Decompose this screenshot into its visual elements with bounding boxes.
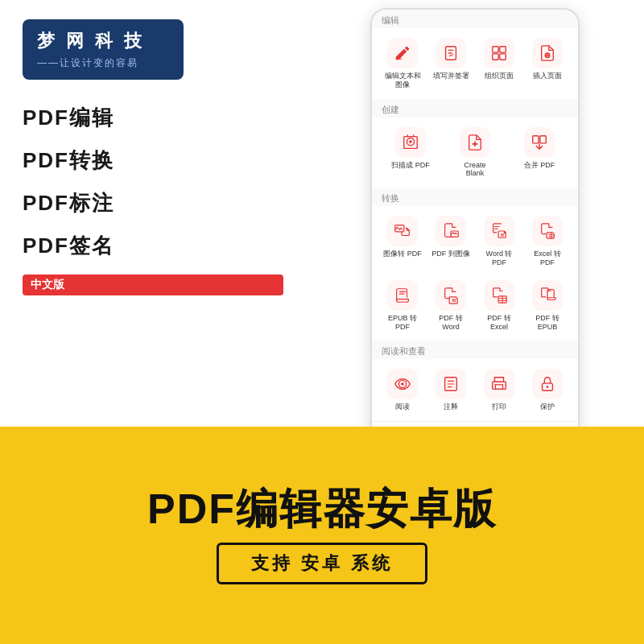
tool-merge-pdf-label: 合并 PDF [524,161,555,170]
left-panel: 梦 网 科 技 ——让设计变的容易 PDF编辑PDF转换PDF标注PDF签名 中… [0,0,306,427]
svg-point-21 [547,386,549,389]
logo-title: 梦 网 科 技 [37,29,169,53]
support-box: 支持 安卓 系统 [217,543,427,584]
tool-img-to-pdf-label: 图像转 PDF [383,250,422,258]
svg-rect-3 [493,54,498,60]
tool-scan-pdf[interactable]: 扫描成 PDF [378,121,443,185]
tool-scan-pdf-label: 扫描成 PDF [391,161,430,170]
phone-content: 编辑 编辑文本和图像 [372,10,578,481]
organize-icon [490,44,508,62]
edit-tools-grid: 编辑文本和图像 填写并签署 [372,28,578,99]
feature-item: PDF编辑 [23,104,283,132]
tool-edit-text-label: 编辑文本和图像 [385,72,421,89]
section-edit-label: 编辑 [372,10,578,28]
tool-create-blank[interactable]: CreateBlank [443,121,507,185]
main-title: PDF编辑器安卓版 [147,486,497,532]
edit-text-icon [394,44,411,62]
svg-point-19 [495,384,497,386]
right-panel: 编辑 编辑文本和图像 [306,0,644,427]
print-icon [490,375,508,393]
tool-pdf-to-img[interactable]: PDF 到图像 [427,209,475,274]
scan-pdf-icon [402,134,419,151]
annotate-icon [442,375,460,393]
pdf-to-word-icon: W [442,287,460,304]
tool-word-to-pdf-label: Word 转PDF [486,250,513,267]
tool-organize[interactable]: 组织页面 [475,31,523,96]
tool-epub-to-pdf-label: EPUB 转PDF [388,314,417,332]
svg-point-7 [409,140,412,143]
svg-text:W: W [501,234,505,238]
create-tools-grid: 扫描成 PDF CreateBlank [372,118,578,188]
svg-rect-4 [500,54,506,60]
tool-edit-text[interactable]: 编辑文本和图像 [378,31,427,96]
tool-protect[interactable]: 保护 [523,362,572,418]
feature-item: PDF标注 [23,189,283,217]
word-to-pdf-icon: W [490,222,508,240]
protect-icon [539,375,556,393]
read-icon [394,375,411,393]
tool-insert-page-label: 插入页面 [533,72,562,80]
logo-area: 梦 网 科 技 ——让设计变的容易 [23,19,184,80]
section-read-label: 阅读和查看 [372,341,578,359]
bottom-section: PDF编辑器安卓版 支持 安卓 系统 [0,427,644,644]
tool-img-to-pdf[interactable]: 图像转 PDF [378,209,427,274]
svg-rect-1 [493,47,498,52]
tool-pdf-to-excel-label: PDF 转Excel [487,314,511,332]
tool-protect-label: 保护 [540,402,555,411]
support-text: 支持 安卓 系统 [251,553,393,573]
section-convert-label: 转换 [372,188,578,206]
read-tools-grid: 阅读 注释 [372,359,578,421]
pdf-to-excel-icon [490,287,508,304]
tool-pdf-to-word-label: PDF 转Word [439,314,463,332]
feature-item: PDF转换 [23,147,283,175]
tool-organize-label: 组织页面 [485,72,514,80]
pdf-to-img-icon [442,222,460,240]
tool-print-label: 打印 [492,402,506,411]
img-to-pdf-icon [394,222,411,240]
svg-rect-8 [533,135,539,142]
tool-insert-page[interactable]: 插入页面 [523,31,572,96]
section-create-label: 创建 [372,99,578,118]
tool-epub-to-pdf[interactable]: EPUB 转PDF [378,274,427,338]
tool-pdf-to-epub-label: PDF 转EPUB [535,314,559,332]
svg-rect-9 [540,135,546,142]
epub-to-pdf-icon [394,287,411,304]
pdf-to-epub-icon [539,287,556,304]
feature-item: PDF签名 [23,232,283,260]
fill-sign-icon [442,44,460,62]
phone-mockup: 编辑 编辑文本和图像 [370,8,580,482]
tool-create-blank-label: CreateBlank [464,161,485,179]
tool-pdf-to-img-label: PDF 到图像 [431,250,470,258]
svg-text:W: W [452,298,456,303]
tool-read[interactable]: 阅读 [378,362,427,418]
tool-read-label: 阅读 [395,402,410,411]
merge-pdf-icon [530,134,548,151]
tool-print[interactable]: 打印 [475,362,523,418]
tool-excel-to-pdf[interactable]: Excel 转PDF [523,209,572,274]
tool-annotate-label: 注释 [444,402,458,411]
tool-excel-to-pdf-label: Excel 转PDF [534,250,561,267]
insert-page-icon [539,44,556,62]
tool-merge-pdf[interactable]: 合并 PDF [507,121,572,185]
tool-word-to-pdf[interactable]: W Word 转PDF [475,209,523,274]
svg-point-16 [401,383,404,386]
tool-fill-sign-label: 填写并签署 [433,72,469,80]
svg-rect-0 [396,58,402,59]
tool-pdf-to-excel[interactable]: PDF 转Excel [475,274,523,338]
svg-rect-2 [500,47,506,52]
tool-annotate[interactable]: 注释 [427,362,475,418]
svg-rect-18 [493,382,506,390]
create-blank-icon [466,134,484,151]
version-badge: 中文版 [23,275,283,295]
tool-pdf-to-word[interactable]: W PDF 转Word [427,274,475,338]
features-list: PDF编辑PDF转换PDF标注PDF签名 [23,104,283,260]
excel-to-pdf-icon [539,222,556,240]
logo-subtitle: ——让设计变的容易 [37,56,169,70]
tool-fill-sign[interactable]: 填写并签署 [427,31,475,96]
tool-pdf-to-epub[interactable]: PDF 转EPUB [523,274,572,338]
convert-tools-grid: 图像转 PDF PDF 到图像 [372,206,578,341]
